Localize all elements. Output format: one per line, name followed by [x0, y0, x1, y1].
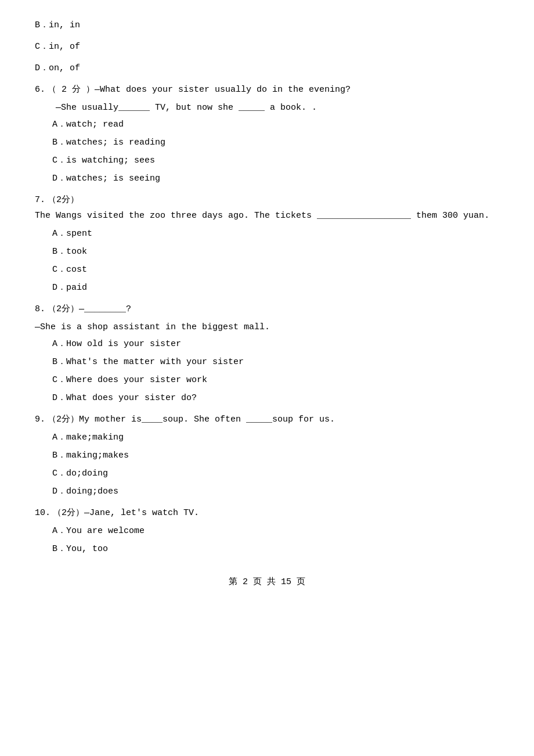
q10-prompt: —Jane, let's watch TV. [84, 505, 199, 521]
q9-option-c: C．do;doing [52, 466, 499, 481]
q7-option-c: C．cost [52, 262, 499, 278]
q6-option-b: B．watches; is reading [52, 135, 499, 150]
q9-score: （2分） [48, 412, 79, 427]
question-6: 6. （ 2 分 ） —What does your sister usuall… [35, 82, 499, 186]
q6-option-c: C．is watching; sees [52, 153, 499, 168]
q9-option-d: D．doing;does [52, 484, 499, 499]
q7-option-a: A．spent [52, 226, 499, 242]
question-6-header: 6. （ 2 分 ） —What does your sister usuall… [35, 82, 499, 98]
q8-option-a: A．How old is your sister [52, 336, 499, 352]
page-number: 第 2 页 共 15 页 [229, 577, 305, 587]
q9-option-b: B．making;makes [52, 448, 499, 463]
q7-score: （2分） [48, 192, 79, 208]
q7-option-b: B．took [52, 244, 499, 260]
q6-option-d: D．watches; is seeing [52, 171, 499, 186]
q6-option-a: A．watch; read [52, 117, 499, 132]
q6-score: （ 2 分 ） [48, 82, 95, 98]
q8-prompt: —________? [79, 301, 131, 317]
question-7-header: 7. （2分） The Wangs visited the zoo three … [35, 192, 499, 224]
q8-score: （2分） [48, 301, 79, 317]
q7-number: 7. [35, 192, 45, 208]
q9-option-a: A．make;making [52, 430, 499, 445]
q6-prompt: —What does your sister usually do in the… [95, 82, 351, 98]
q10-score: （2分） [53, 505, 84, 521]
q10-number: 10. [35, 505, 50, 521]
question-10-header: 10. （2分） —Jane, let's watch TV. [35, 505, 499, 521]
q9-prompt: My mother is____soup. She often _____sou… [79, 412, 335, 427]
question-9: 9. （2分） My mother is____soup. She often … [35, 412, 499, 499]
question-8: 8. （2分） —________? —She is a shop assist… [35, 301, 499, 406]
q8-option-d: D．What does your sister do? [52, 390, 499, 406]
question-8-header: 8. （2分） —________? [35, 301, 499, 317]
page-footer: 第 2 页 共 15 页 [35, 574, 499, 590]
q8-option-c: C．Where does your sister work [52, 372, 499, 388]
q7-option-d: D．paid [52, 280, 499, 296]
q10-option-a: A．You are welcome [52, 523, 499, 539]
q7-prompt: The Wangs visited the zoo three days ago… [35, 208, 489, 224]
q8-option-b: B．What's the matter with your sister [52, 354, 499, 370]
q8-number: 8. [35, 301, 45, 317]
option-b-in-in: B．in, in [35, 17, 499, 33]
question-9-header: 9. （2分） My mother is____soup. She often … [35, 412, 499, 427]
option-d-on-of: D．on, of [35, 60, 499, 76]
option-c-in-of: C．in, of [35, 39, 499, 55]
question-7: 7. （2分） The Wangs visited the zoo three … [35, 192, 499, 296]
q10-option-b: B．You, too [52, 541, 499, 557]
q8-subprompt: —She is a shop assistant in the biggest … [35, 319, 499, 335]
q6-subprompt: —She usually______ TV, but now she _____… [35, 100, 499, 116]
q9-number: 9. [35, 412, 45, 427]
question-10: 10. （2分） —Jane, let's watch TV. A．You ar… [35, 505, 499, 557]
q6-number: 6. [35, 82, 45, 98]
